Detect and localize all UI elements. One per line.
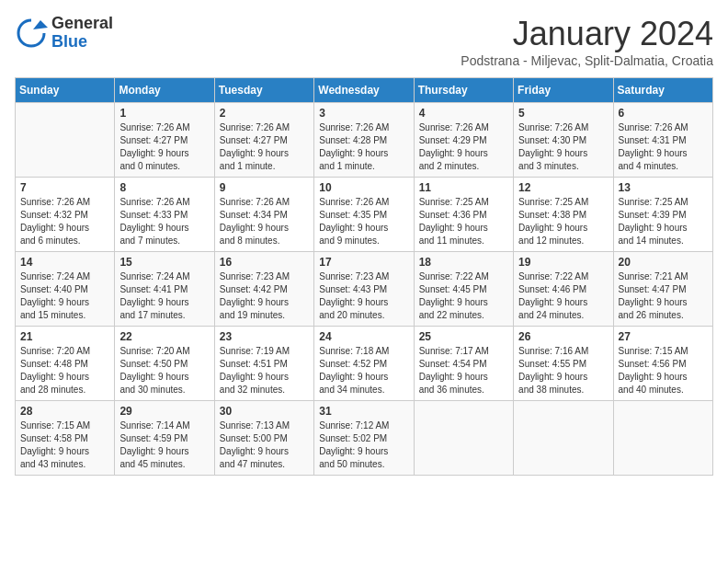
column-header-tuesday: Tuesday <box>214 78 313 103</box>
day-number: 17 <box>319 256 408 269</box>
day-info: Sunrise: 7:20 AMSunset: 4:48 PMDaylight:… <box>20 345 109 396</box>
calendar-cell <box>613 401 712 476</box>
column-header-thursday: Thursday <box>414 78 513 103</box>
day-info: Sunrise: 7:18 AMSunset: 4:52 PMDaylight:… <box>319 345 408 396</box>
day-number: 4 <box>419 107 508 120</box>
calendar-cell <box>16 103 115 178</box>
day-number: 9 <box>220 181 309 194</box>
calendar-cell: 30Sunrise: 7:13 AMSunset: 5:00 PMDayligh… <box>214 401 313 476</box>
calendar-cell: 28Sunrise: 7:15 AMSunset: 4:58 PMDayligh… <box>16 401 115 476</box>
calendar-cell: 2Sunrise: 7:26 AMSunset: 4:27 PMDaylight… <box>214 103 313 178</box>
calendar-week-row: 28Sunrise: 7:15 AMSunset: 4:58 PMDayligh… <box>16 401 713 476</box>
calendar-cell: 17Sunrise: 7:23 AMSunset: 4:43 PMDayligh… <box>314 252 414 327</box>
column-header-wednesday: Wednesday <box>314 78 414 103</box>
calendar-week-row: 14Sunrise: 7:24 AMSunset: 4:40 PMDayligh… <box>16 252 713 327</box>
calendar-cell: 11Sunrise: 7:25 AMSunset: 4:36 PMDayligh… <box>414 178 513 252</box>
calendar-cell: 23Sunrise: 7:19 AMSunset: 4:51 PMDayligh… <box>214 327 313 401</box>
day-number: 11 <box>419 181 508 194</box>
column-header-friday: Friday <box>514 78 613 103</box>
calendar-body: 1Sunrise: 7:26 AMSunset: 4:27 PMDaylight… <box>16 103 713 476</box>
logo-icon <box>15 17 48 50</box>
day-number: 2 <box>220 107 309 120</box>
calendar-cell: 5Sunrise: 7:26 AMSunset: 4:30 PMDaylight… <box>514 103 613 178</box>
calendar-cell: 14Sunrise: 7:24 AMSunset: 4:40 PMDayligh… <box>16 252 115 327</box>
day-info: Sunrise: 7:26 AMSunset: 4:32 PMDaylight:… <box>20 196 109 247</box>
day-info: Sunrise: 7:23 AMSunset: 4:42 PMDaylight:… <box>220 270 309 322</box>
day-number: 19 <box>518 256 608 269</box>
day-info: Sunrise: 7:25 AMSunset: 4:39 PMDaylight:… <box>619 196 708 247</box>
calendar-week-row: 21Sunrise: 7:20 AMSunset: 4:48 PMDayligh… <box>16 327 713 401</box>
calendar-cell: 10Sunrise: 7:26 AMSunset: 4:35 PMDayligh… <box>314 178 414 252</box>
day-info: Sunrise: 7:26 AMSunset: 4:35 PMDaylight:… <box>319 196 408 247</box>
day-number: 26 <box>518 330 608 343</box>
calendar-header-row: SundayMondayTuesdayWednesdayThursdayFrid… <box>16 78 713 103</box>
day-info: Sunrise: 7:13 AMSunset: 5:00 PMDaylight:… <box>220 419 309 471</box>
calendar-cell: 31Sunrise: 7:12 AMSunset: 5:02 PMDayligh… <box>314 401 414 476</box>
day-number: 15 <box>119 256 209 269</box>
day-info: Sunrise: 7:24 AMSunset: 4:40 PMDaylight:… <box>20 270 109 322</box>
day-info: Sunrise: 7:26 AMSunset: 4:31 PMDaylight:… <box>619 121 708 173</box>
day-number: 10 <box>319 181 408 194</box>
logo-blue: Blue <box>51 33 113 52</box>
calendar-cell: 27Sunrise: 7:15 AMSunset: 4:56 PMDayligh… <box>613 327 712 401</box>
day-number: 28 <box>20 405 109 418</box>
day-info: Sunrise: 7:16 AMSunset: 4:55 PMDaylight:… <box>518 345 608 396</box>
calendar-cell: 21Sunrise: 7:20 AMSunset: 4:48 PMDayligh… <box>16 327 115 401</box>
day-number: 25 <box>419 330 508 343</box>
day-info: Sunrise: 7:26 AMSunset: 4:29 PMDaylight:… <box>419 121 508 173</box>
day-info: Sunrise: 7:12 AMSunset: 5:02 PMDaylight:… <box>319 419 408 471</box>
day-info: Sunrise: 7:22 AMSunset: 4:45 PMDaylight:… <box>419 270 508 322</box>
day-info: Sunrise: 7:25 AMSunset: 4:38 PMDaylight:… <box>518 196 608 247</box>
day-number: 7 <box>20 181 109 194</box>
calendar-week-row: 7Sunrise: 7:26 AMSunset: 4:32 PMDaylight… <box>16 178 713 252</box>
calendar-week-row: 1Sunrise: 7:26 AMSunset: 4:27 PMDaylight… <box>16 103 713 178</box>
day-number: 21 <box>20 330 109 343</box>
calendar-cell: 6Sunrise: 7:26 AMSunset: 4:31 PMDaylight… <box>613 103 712 178</box>
day-number: 24 <box>319 330 408 343</box>
page-header: General Blue January 2024 Podstrana - Mi… <box>15 15 713 68</box>
day-number: 6 <box>619 107 708 120</box>
day-info: Sunrise: 7:22 AMSunset: 4:46 PMDaylight:… <box>518 270 608 322</box>
day-number: 29 <box>119 405 209 418</box>
day-info: Sunrise: 7:15 AMSunset: 4:58 PMDaylight:… <box>20 419 109 471</box>
day-info: Sunrise: 7:26 AMSunset: 4:27 PMDaylight:… <box>220 121 309 173</box>
day-number: 23 <box>220 330 309 343</box>
day-info: Sunrise: 7:26 AMSunset: 4:27 PMDaylight:… <box>119 121 209 173</box>
day-info: Sunrise: 7:25 AMSunset: 4:36 PMDaylight:… <box>419 196 508 247</box>
logo-text: General Blue <box>51 15 113 52</box>
column-header-monday: Monday <box>115 78 214 103</box>
calendar-cell: 24Sunrise: 7:18 AMSunset: 4:52 PMDayligh… <box>314 327 414 401</box>
calendar-cell: 29Sunrise: 7:14 AMSunset: 4:59 PMDayligh… <box>115 401 214 476</box>
day-number: 31 <box>319 405 408 418</box>
day-info: Sunrise: 7:26 AMSunset: 4:30 PMDaylight:… <box>518 121 608 173</box>
logo: General Blue <box>15 15 113 52</box>
day-number: 20 <box>619 256 708 269</box>
location: Podstrana - Miljevac, Split-Dalmatia, Cr… <box>461 53 713 68</box>
day-number: 8 <box>119 181 209 194</box>
day-number: 3 <box>319 107 408 120</box>
title-block: January 2024 Podstrana - Miljevac, Split… <box>461 15 713 68</box>
calendar-cell: 25Sunrise: 7:17 AMSunset: 4:54 PMDayligh… <box>414 327 513 401</box>
day-number: 16 <box>220 256 309 269</box>
day-number: 22 <box>119 330 209 343</box>
calendar-cell: 8Sunrise: 7:26 AMSunset: 4:33 PMDaylight… <box>115 178 214 252</box>
calendar-table: SundayMondayTuesdayWednesdayThursdayFrid… <box>15 77 713 476</box>
day-info: Sunrise: 7:26 AMSunset: 4:33 PMDaylight:… <box>119 196 209 247</box>
calendar-cell <box>514 401 613 476</box>
day-info: Sunrise: 7:23 AMSunset: 4:43 PMDaylight:… <box>319 270 408 322</box>
calendar-cell: 15Sunrise: 7:24 AMSunset: 4:41 PMDayligh… <box>115 252 214 327</box>
day-info: Sunrise: 7:26 AMSunset: 4:28 PMDaylight:… <box>319 121 408 173</box>
calendar-cell: 1Sunrise: 7:26 AMSunset: 4:27 PMDaylight… <box>115 103 214 178</box>
calendar-cell: 26Sunrise: 7:16 AMSunset: 4:55 PMDayligh… <box>514 327 613 401</box>
calendar-cell: 16Sunrise: 7:23 AMSunset: 4:42 PMDayligh… <box>214 252 313 327</box>
day-info: Sunrise: 7:14 AMSunset: 4:59 PMDaylight:… <box>119 419 209 471</box>
calendar-cell: 12Sunrise: 7:25 AMSunset: 4:38 PMDayligh… <box>514 178 613 252</box>
day-number: 27 <box>619 330 708 343</box>
day-number: 30 <box>220 405 309 418</box>
day-number: 18 <box>419 256 508 269</box>
day-info: Sunrise: 7:15 AMSunset: 4:56 PMDaylight:… <box>619 345 708 396</box>
calendar-cell: 3Sunrise: 7:26 AMSunset: 4:28 PMDaylight… <box>314 103 414 178</box>
month-title: January 2024 <box>461 15 713 53</box>
column-header-saturday: Saturday <box>613 78 712 103</box>
day-number: 14 <box>20 256 109 269</box>
